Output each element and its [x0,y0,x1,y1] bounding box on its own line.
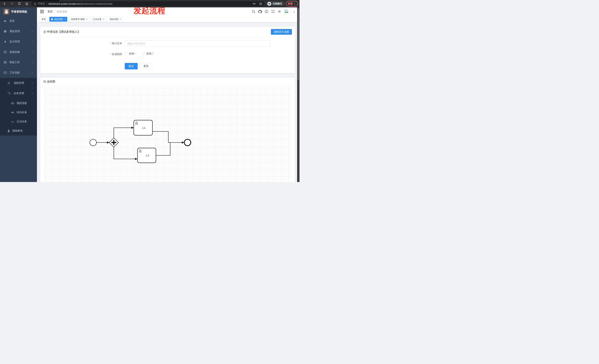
sidebar-item-home[interactable]: 首页 [0,16,37,26]
diagram-title: 流程图 [47,80,55,84]
page-scrollbar[interactable] [297,7,300,182]
update-label[interactable]: 更新 [288,2,293,5]
close-icon[interactable]: × [120,18,121,20]
sidebar-item-label: 基础设施 [9,51,20,54]
sidebar-item-infrastructure[interactable]: 基础设施 [0,47,37,57]
sidebar-item-dev-tools[interactable]: 研发工具 [0,57,37,68]
browser-menu-icon[interactable]: ⋮ [294,2,296,5]
main-content: 申请信息【测试多审批人】 选择其它流程 *单行文本 *多选框组 选项一 选项二 … [37,22,297,182]
eye-icon [11,111,14,114]
bpmn-user-task-1-2[interactable]: 1.2 [137,148,156,163]
sidebar-item-label: 系统管理 [9,30,20,33]
bpmn-user-task-1-1[interactable]: 1.1 [134,120,152,135]
gear-icon [3,30,7,33]
document-icon [43,30,46,34]
tag-process-form-edit[interactable]: 流程表单-编辑 × [69,17,89,22]
home-icon[interactable] [25,2,28,5]
process-diagram-card: 流程图 [40,77,295,182]
monitor-icon [3,51,7,54]
font-size-icon[interactable]: tT [277,10,282,14]
checkbox-option-1[interactable]: 选项一 [125,52,137,55]
chevron-down-icon [31,30,33,33]
logo-image [3,9,9,15]
checkbox-label: 选项一 [129,52,137,55]
incognito-icon [267,2,271,6]
sidebar-item-task-mgmt[interactable]: 任务管理 [0,88,37,99]
not-secure-label[interactable]: 不安全 [38,2,45,5]
app-header: 首页 / 发起流程 ? tT ▾ [37,7,300,16]
apply-info-title-row: 申请信息【测试多审批人】 [43,30,80,34]
sidebar-item-payment-mgmt[interactable]: ¥ 支付管理 [0,37,37,47]
avatar-caret-icon[interactable]: ▾ [294,11,295,13]
close-icon[interactable]: × [64,18,65,20]
sidebar-item-label: 支付管理 [9,40,20,43]
password-key-icon[interactable] [253,2,256,5]
sidebar-item-label: 流程管理 [14,81,24,85]
select-other-process-button[interactable]: 选择其它流程 [271,29,292,35]
sidebar-item-label: 待办任务 [17,111,27,114]
breadcrumb-home[interactable]: 首页 [47,10,53,13]
tag-done-tasks[interactable]: 已办任务 × [91,17,106,22]
search-icon[interactable] [251,10,255,14]
diagram-title-row: 流程图 [43,80,55,84]
tag-my-process[interactable]: 我的流程 × [108,17,123,22]
sidebar-item-workflow[interactable]: 工作流程 [0,68,37,78]
close-icon[interactable]: × [103,18,104,20]
bpmn-start-event[interactable] [90,139,97,146]
sidebar-item-my-process[interactable]: 我的流程 [0,99,37,108]
forward-icon[interactable] [10,2,14,5]
scrollbar-thumb[interactable] [298,8,299,80]
sidebar-item-label: 已办任务 [17,120,27,123]
sidebar-item-label: 任务管理 [14,92,24,95]
incognito-label: 无痕模式 [273,2,282,5]
submit-button[interactable]: 提交 [125,63,138,69]
back-icon[interactable] [3,2,6,5]
url-host[interactable]: dashboard.yudao.iocoder.cn [48,2,80,5]
tag-label: 发起流程 [54,18,63,21]
reload-icon[interactable] [18,2,21,5]
sidebar-collapse-icon[interactable] [40,10,44,13]
tag-label: 流程表单-编辑 [71,18,85,21]
fullscreen-icon[interactable] [271,10,275,14]
sidebar-item-done-tasks[interactable]: 已办任务 [0,117,37,126]
briefcase-icon [3,71,7,74]
checkbox-box[interactable] [142,52,145,55]
app-logo-row[interactable]: 芋道管理系统 [0,7,37,16]
dashboard-icon [3,19,7,23]
bpmn-parallel-gateway[interactable] [109,138,118,147]
bookmark-star-icon[interactable] [259,2,262,5]
flow-icon [7,92,10,95]
task-label: 1.1 [142,127,145,129]
chrome-update-button[interactable]: 更新 ⋮ [286,1,298,7]
bpmn-end-event[interactable] [185,139,191,146]
sidebar-item-system-mgmt[interactable]: 系统管理 [0,26,37,37]
chevron-down-icon [31,61,33,63]
annotation-title: 发起流程 [133,6,165,16]
chevron-down-icon [31,82,33,84]
sidebar-item-label: 首页 [9,19,15,23]
sidebar-item-process-mgmt[interactable]: 流程管理 [0,78,37,88]
required-mark: * [110,53,111,56]
avatar[interactable] [284,9,291,16]
chevron-down-icon [31,41,33,43]
tag-home[interactable]: 首页 [40,17,48,22]
sidebar-item-leave-query[interactable]: 请假查询 [0,126,37,135]
close-icon[interactable]: × [86,18,87,20]
svg-text:?: ? [266,10,267,13]
bpmn-canvas[interactable]: 1.1 1.2 [45,88,291,182]
help-icon[interactable]: ? [264,10,268,14]
reset-button[interactable]: 重置 [140,63,152,69]
not-secure-warning-icon [34,2,36,5]
checkbox-box[interactable] [125,52,127,55]
url-path[interactable]: /bpm/process-instance/create [80,2,113,5]
tag-start-process[interactable]: 发起流程 × [49,17,67,22]
sidebar-item-label: 研发工具 [9,61,20,64]
single-line-text-input[interactable] [125,40,270,47]
robot-face-icon [11,102,14,105]
chevron-down-icon [31,51,33,53]
checkbox-option-2[interactable]: 选项二 [142,52,154,55]
eye-off-icon [11,120,14,123]
github-icon[interactable] [258,10,262,14]
sidebar: 芋道管理系统 首页 系统管理 ¥ 支付管理 基础设施 [0,7,37,182]
sidebar-item-todo-tasks[interactable]: 待办任务 [0,108,37,117]
